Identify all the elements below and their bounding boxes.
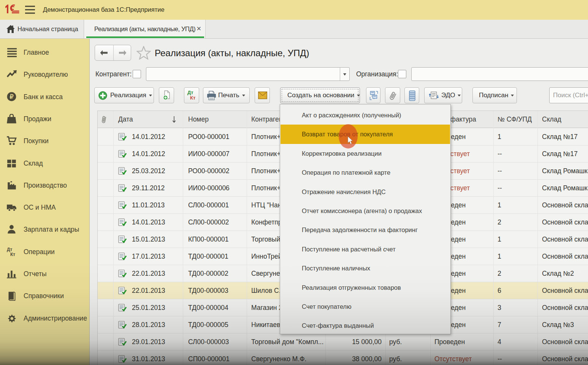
svg-text:₽: ₽ [10,93,13,100]
svg-text:Кт: Кт [10,251,15,256]
